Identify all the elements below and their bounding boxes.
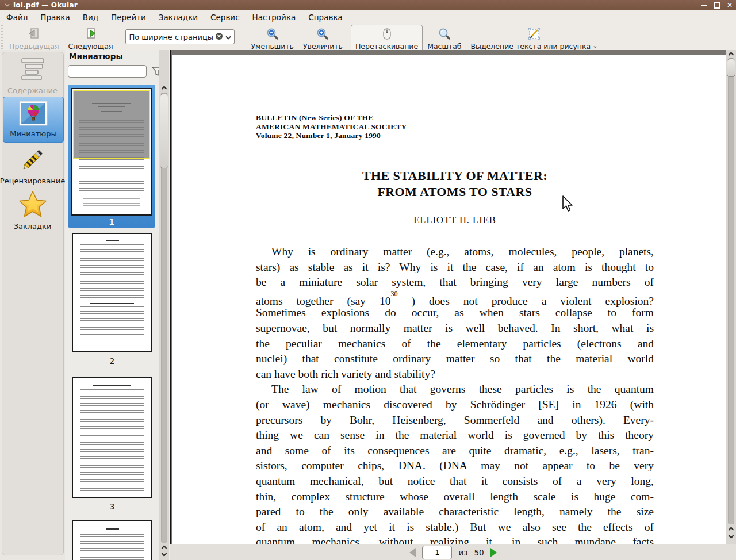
chevron-down-icon[interactable]: ⌄ [592,43,597,49]
previous-page-arrow-icon[interactable] [409,548,416,557]
menu-edit[interactable]: Правка [34,10,76,24]
menu-help[interactable]: Справка [302,10,349,24]
thumbnails-scrollbar[interactable] [159,50,169,560]
scroll-up-icon[interactable] [726,52,736,56]
scroll-up-icon[interactable] [726,527,736,531]
scroll-down-icon[interactable] [726,534,736,539]
sidebar-item-bookmarks[interactable]: Закладки [1,190,64,231]
next-page-icon [85,27,97,41]
total-pages: 50 [474,548,484,557]
zoom-in-button[interactable]: Увеличить [298,25,347,52]
scrollbar-thumb[interactable] [160,94,168,168]
scroll-down-icon[interactable] [159,552,169,557]
menu-go[interactable]: Перейти [105,10,152,24]
menu-view[interactable]: Вид [76,10,105,24]
window-title: lol.pdf — Okular [13,1,78,9]
next-page-arrow-icon[interactable] [490,548,497,557]
thumbnail-page-2[interactable] [72,233,152,352]
thumbnails-search-input[interactable] [68,65,147,78]
thumbnail-page-4[interactable] [72,520,152,560]
thumbnail-page-3[interactable] [72,377,152,498]
page-navigation-bar: из 50 [170,544,736,560]
of-label: из [458,548,467,557]
thumbnails-icon [19,101,48,128]
chevron-down-icon[interactable] [225,33,231,41]
scroll-up-icon[interactable] [159,86,169,90]
menu-file[interactable]: Файл [0,10,34,24]
document-scrollbar[interactable] [726,50,736,544]
mouse-cursor [562,195,574,215]
thumbnails-panel-title: Миниатюры [69,52,123,61]
selection-icon [528,27,540,41]
previous-page-button[interactable]: Предыдущая [5,25,64,52]
menu-settings[interactable]: Настройка [246,10,302,24]
zoom-tool-button[interactable]: Масштаб [423,25,466,52]
toolbar-handle[interactable] [1,25,3,49]
scrollbar-thumb[interactable] [727,59,735,77]
selection-tool-button[interactable]: Выделение текста или рисунка ⌄ [466,25,603,52]
window-menu-chevron-icon[interactable] [5,0,10,10]
thumbnail-page-number: 2 [72,356,152,366]
mouse-icon [382,27,392,41]
minimize-button[interactable] [702,5,707,6]
document-view[interactable]: BULLETIN (New Series) OF THE AMERICAN MA… [170,50,727,544]
previous-page-icon [28,27,40,41]
thumbnail-viewport-highlight[interactable] [73,90,150,159]
article-body: Why is ordinary matter (e.g., atoms, mol… [256,244,654,544]
thumbnail-page-1[interactable]: 1 [68,85,155,228]
zoom-in-icon [316,27,329,41]
main-toolbar: Предыдущая Следующая По ширине страницы [0,24,736,50]
article-title: THE STABILITY OF MATTER: FROM ATOMS TO S… [256,168,654,200]
thumbnails-panel: Миниатюры 1 2 3 [65,50,171,560]
close-button[interactable]: ✕ [727,0,733,10]
scroll-up-icon[interactable] [159,545,169,550]
magnifier-icon [438,27,451,41]
zoom-mode-select[interactable]: По ширине страницы [125,29,235,44]
star-icon [18,190,48,221]
zoom-mode-value: По ширине страницы [129,33,215,41]
sidebar-item-thumbnails[interactable]: Миниатюры [3,97,64,143]
zoom-out-icon [266,27,279,41]
article-author: ELLIOTT H. LIEB [256,214,654,226]
doc-line-superscript: atoms together (say 1030 ) does not prod… [256,290,654,306]
journal-masthead: BULLETIN (New Series) OF THE AMERICAN MA… [256,113,407,140]
clear-icon[interactable] [215,32,223,42]
sidebar: Содержание Миниатюры [0,50,65,560]
contents-icon [16,56,49,85]
current-page-input[interactable] [422,546,452,559]
menu-tools[interactable]: Сервис [204,10,246,24]
thumbnail-page-number: 3 [72,502,152,511]
sidebar-item-contents[interactable]: Содержание [1,56,64,95]
zoom-out-button[interactable]: Уменьшить [246,25,298,52]
document-page: BULLETIN (New Series) OF THE AMERICAN MA… [172,55,727,544]
next-page-button[interactable]: Следующая [64,25,118,52]
sidebar-item-reviews[interactable]: Рецензирование [1,145,64,185]
pencil-icon [19,145,47,175]
menu-bar: Файл Правка Вид Перейти Закладки Сервис … [0,10,736,24]
window-titlebar[interactable]: lol.pdf — Okular ✕ [0,0,736,10]
menu-bookmarks[interactable]: Закладки [152,10,204,24]
thumbnail-page-number: 1 [68,216,155,228]
maximize-button[interactable] [714,2,720,9]
browse-tool-button[interactable]: Перетаскивание [351,25,423,52]
